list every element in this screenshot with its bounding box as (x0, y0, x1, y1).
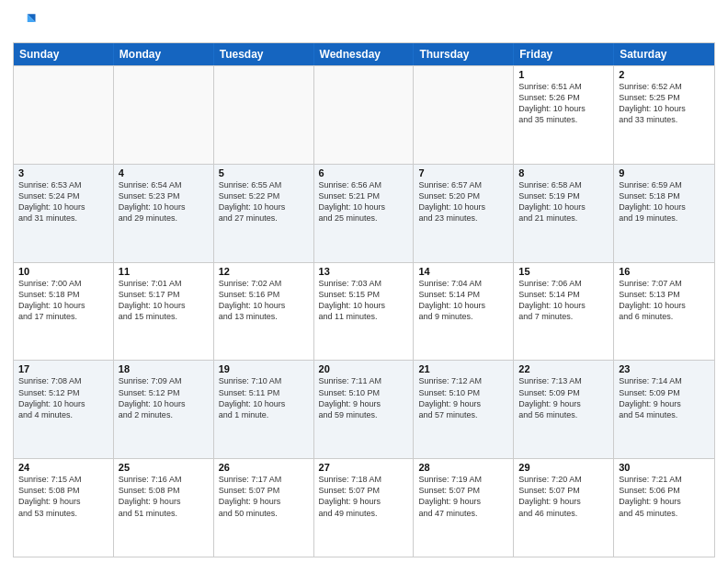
day-info: Sunrise: 7:08 AMSunset: 5:12 PMDaylight:… (18, 375, 108, 420)
day-cell: 25Sunrise: 7:16 AMSunset: 5:08 PMDayligh… (114, 459, 214, 557)
day-cell: 18Sunrise: 7:09 AMSunset: 5:12 PMDayligh… (114, 361, 214, 458)
day-info: Sunrise: 6:54 AMSunset: 5:23 PMDaylight:… (119, 179, 209, 224)
day-cell: 4Sunrise: 6:54 AMSunset: 5:23 PMDaylight… (114, 165, 214, 262)
weekday-header: Tuesday (214, 43, 314, 65)
day-number: 18 (119, 363, 209, 374)
day-info: Sunrise: 7:15 AMSunset: 5:08 PMDaylight:… (18, 474, 108, 519)
weekday-header: Saturday (614, 43, 714, 65)
day-info: Sunrise: 7:10 AMSunset: 5:11 PMDaylight:… (219, 375, 309, 420)
day-number: 10 (18, 266, 108, 277)
calendar-body: 1Sunrise: 6:51 AMSunset: 5:26 PMDaylight… (14, 65, 714, 557)
day-info: Sunrise: 7:18 AMSunset: 5:07 PMDaylight:… (319, 474, 409, 519)
day-cell: 12Sunrise: 7:02 AMSunset: 5:16 PMDayligh… (214, 263, 314, 361)
day-cell: 22Sunrise: 7:13 AMSunset: 5:09 PMDayligh… (514, 361, 614, 458)
header (13, 9, 715, 35)
empty-cell (114, 66, 214, 164)
empty-cell (14, 66, 114, 164)
day-cell: 17Sunrise: 7:08 AMSunset: 5:12 PMDayligh… (14, 361, 114, 458)
day-number: 15 (518, 266, 609, 277)
day-number: 30 (619, 462, 710, 473)
day-info: Sunrise: 7:13 AMSunset: 5:09 PMDaylight:… (518, 375, 609, 420)
day-info: Sunrise: 7:20 AMSunset: 5:07 PMDaylight:… (518, 474, 609, 519)
calendar-row: 3Sunrise: 6:53 AMSunset: 5:24 PMDaylight… (14, 164, 714, 262)
day-info: Sunrise: 7:00 AMSunset: 5:18 PMDaylight:… (18, 278, 108, 323)
day-number: 27 (319, 462, 409, 473)
day-cell: 15Sunrise: 7:06 AMSunset: 5:14 PMDayligh… (514, 263, 614, 361)
day-number: 13 (319, 266, 409, 277)
day-cell: 1Sunrise: 6:51 AMSunset: 5:26 PMDaylight… (514, 66, 614, 164)
day-number: 1 (518, 69, 609, 80)
day-info: Sunrise: 6:56 AMSunset: 5:21 PMDaylight:… (319, 179, 409, 224)
calendar-row: 1Sunrise: 6:51 AMSunset: 5:26 PMDaylight… (14, 65, 714, 164)
day-cell: 11Sunrise: 7:01 AMSunset: 5:17 PMDayligh… (114, 263, 214, 361)
page-container: SundayMondayTuesdayWednesdayThursdayFrid… (0, 0, 728, 563)
day-cell: 21Sunrise: 7:12 AMSunset: 5:10 PMDayligh… (414, 361, 514, 458)
logo (13, 9, 42, 35)
day-cell: 3Sunrise: 6:53 AMSunset: 5:24 PMDaylight… (14, 165, 114, 262)
day-cell: 30Sunrise: 7:21 AMSunset: 5:06 PMDayligh… (614, 459, 714, 557)
day-number: 5 (219, 167, 309, 178)
weekday-header: Thursday (414, 43, 514, 65)
day-info: Sunrise: 6:55 AMSunset: 5:22 PMDaylight:… (219, 179, 309, 224)
day-number: 6 (319, 167, 409, 178)
logo-icon (13, 9, 39, 35)
weekday-header: Friday (514, 43, 614, 65)
day-number: 7 (418, 167, 508, 178)
calendar-row: 10Sunrise: 7:00 AMSunset: 5:18 PMDayligh… (14, 262, 714, 361)
day-number: 16 (619, 266, 710, 277)
day-number: 24 (18, 462, 108, 473)
day-info: Sunrise: 6:57 AMSunset: 5:20 PMDaylight:… (418, 179, 508, 224)
day-cell: 23Sunrise: 7:14 AMSunset: 5:09 PMDayligh… (614, 361, 714, 458)
day-info: Sunrise: 7:21 AMSunset: 5:06 PMDaylight:… (619, 474, 710, 519)
day-cell: 10Sunrise: 7:00 AMSunset: 5:18 PMDayligh… (14, 263, 114, 361)
day-cell: 8Sunrise: 6:58 AMSunset: 5:19 PMDaylight… (514, 165, 614, 262)
day-info: Sunrise: 7:14 AMSunset: 5:09 PMDaylight:… (619, 375, 710, 420)
day-info: Sunrise: 7:06 AMSunset: 5:14 PMDaylight:… (518, 278, 609, 323)
day-info: Sunrise: 7:04 AMSunset: 5:14 PMDaylight:… (418, 278, 508, 323)
calendar-row: 17Sunrise: 7:08 AMSunset: 5:12 PMDayligh… (14, 360, 714, 458)
day-info: Sunrise: 7:02 AMSunset: 5:16 PMDaylight:… (219, 278, 309, 323)
day-number: 26 (219, 462, 309, 473)
day-number: 12 (219, 266, 309, 277)
day-cell: 5Sunrise: 6:55 AMSunset: 5:22 PMDaylight… (214, 165, 314, 262)
day-cell: 16Sunrise: 7:07 AMSunset: 5:13 PMDayligh… (614, 263, 714, 361)
empty-cell (414, 66, 514, 164)
day-info: Sunrise: 7:17 AMSunset: 5:07 PMDaylight:… (219, 474, 309, 519)
day-number: 11 (119, 266, 209, 277)
day-cell: 29Sunrise: 7:20 AMSunset: 5:07 PMDayligh… (514, 459, 614, 557)
calendar-row: 24Sunrise: 7:15 AMSunset: 5:08 PMDayligh… (14, 458, 714, 557)
day-info: Sunrise: 6:51 AMSunset: 5:26 PMDaylight:… (518, 81, 609, 126)
weekday-header: Sunday (14, 43, 114, 65)
day-cell: 2Sunrise: 6:52 AMSunset: 5:25 PMDaylight… (614, 66, 714, 164)
day-cell: 7Sunrise: 6:57 AMSunset: 5:20 PMDaylight… (414, 165, 514, 262)
day-info: Sunrise: 7:19 AMSunset: 5:07 PMDaylight:… (418, 474, 508, 519)
day-info: Sunrise: 7:07 AMSunset: 5:13 PMDaylight:… (619, 278, 710, 323)
day-info: Sunrise: 7:16 AMSunset: 5:08 PMDaylight:… (119, 474, 209, 519)
day-info: Sunrise: 7:09 AMSunset: 5:12 PMDaylight:… (119, 375, 209, 420)
day-cell: 26Sunrise: 7:17 AMSunset: 5:07 PMDayligh… (214, 459, 314, 557)
day-info: Sunrise: 7:11 AMSunset: 5:10 PMDaylight:… (319, 375, 409, 420)
day-number: 23 (619, 363, 710, 374)
day-number: 29 (518, 462, 609, 473)
weekday-header: Wednesday (314, 43, 415, 65)
day-info: Sunrise: 7:12 AMSunset: 5:10 PMDaylight:… (418, 375, 508, 420)
day-number: 22 (518, 363, 609, 374)
weekday-header: Monday (114, 43, 214, 65)
day-number: 17 (18, 363, 108, 374)
empty-cell (214, 66, 314, 164)
day-number: 9 (619, 167, 710, 178)
day-number: 21 (418, 363, 508, 374)
day-cell: 14Sunrise: 7:04 AMSunset: 5:14 PMDayligh… (414, 263, 514, 361)
day-info: Sunrise: 7:01 AMSunset: 5:17 PMDaylight:… (119, 278, 209, 323)
day-cell: 13Sunrise: 7:03 AMSunset: 5:15 PMDayligh… (314, 263, 415, 361)
day-cell: 27Sunrise: 7:18 AMSunset: 5:07 PMDayligh… (314, 459, 415, 557)
day-cell: 6Sunrise: 6:56 AMSunset: 5:21 PMDaylight… (314, 165, 415, 262)
day-info: Sunrise: 7:03 AMSunset: 5:15 PMDaylight:… (319, 278, 409, 323)
day-number: 3 (18, 167, 108, 178)
day-number: 20 (319, 363, 409, 374)
day-number: 28 (418, 462, 508, 473)
day-number: 4 (119, 167, 209, 178)
day-cell: 24Sunrise: 7:15 AMSunset: 5:08 PMDayligh… (14, 459, 114, 557)
day-info: Sunrise: 6:59 AMSunset: 5:18 PMDaylight:… (619, 179, 710, 224)
calendar-header: SundayMondayTuesdayWednesdayThursdayFrid… (14, 43, 714, 65)
